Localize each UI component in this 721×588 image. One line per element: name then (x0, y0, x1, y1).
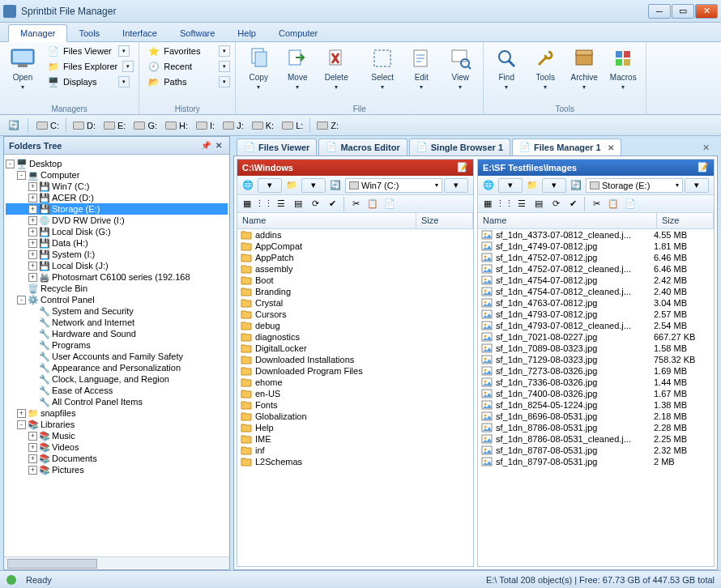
menu-tab-manager[interactable]: Manager (8, 24, 67, 42)
view-tiles-icon[interactable]: ▤ (291, 198, 305, 211)
tree-node[interactable]: 🔧Hardware and Sound (6, 328, 228, 339)
file-row[interactable]: inf (237, 445, 473, 456)
file-list-left[interactable]: addinsAppCompatAppPatchassemblyBootBrand… (237, 229, 473, 566)
name-column[interactable]: Name (478, 213, 657, 228)
drive-button-j[interactable]: J: (220, 119, 247, 132)
tree-node[interactable]: 🔧System and Security (6, 305, 228, 317)
file-row[interactable]: sf_1dn_7273-08-0326.jpg1.69 MB (478, 365, 714, 377)
paths-button[interactable]: 📂Paths (144, 75, 217, 89)
drive-button-z[interactable]: Z: (314, 119, 342, 132)
copy-icon[interactable]: 📋 (606, 198, 621, 211)
expander-icon[interactable]: + (28, 432, 37, 441)
expander-icon[interactable]: - (17, 420, 26, 429)
file-row[interactable]: Globalization (237, 411, 473, 422)
drive-button-i[interactable]: I: (193, 119, 218, 132)
files-viewer-button[interactable]: 📄Files Viewer (44, 44, 117, 58)
tree-node[interactable]: +📚Documents (6, 453, 228, 464)
tree-node[interactable]: -🖥️Desktop (6, 158, 228, 169)
name-column[interactable]: Name (237, 213, 416, 228)
expander-icon[interactable]: + (28, 273, 37, 282)
copy-icon[interactable]: 📋 (365, 198, 380, 211)
file-row[interactable]: DigitalLocker (237, 343, 473, 354)
file-row[interactable]: sf_1dn_4793-07-0812_cleaned.j...2.54 MB (478, 320, 714, 331)
drive-button-e[interactable]: E: (100, 119, 129, 132)
view-icons-icon[interactable]: ▦ (240, 198, 254, 211)
file-row[interactable]: Crystal (237, 297, 473, 309)
view-list-icon[interactable]: ⋮⋮ (497, 198, 512, 211)
file-row[interactable]: sf_1dn_7129-08-0323.jpg758.32 KB (478, 354, 714, 365)
dropdown-button[interactable]: ▾ (542, 178, 566, 193)
copy-button[interactable]: Copy▾ (241, 44, 276, 92)
paste-icon[interactable]: 📄 (382, 198, 397, 211)
file-row[interactable]: IME (237, 433, 473, 445)
view-list-icon[interactable]: ⋮⋮ (257, 198, 271, 211)
folder-up-icon[interactable]: 📁 (284, 178, 300, 193)
view-icons-icon[interactable]: ▦ (480, 198, 495, 211)
tree-node[interactable]: +🖨️Photosmart C6100 series (192.168 (6, 271, 228, 283)
tree-node[interactable]: 🔧Network and Internet (6, 317, 228, 328)
tree-node[interactable]: +💾Local Disk (J:) (6, 260, 228, 271)
tree-node[interactable]: +📁snapfiles (6, 407, 228, 419)
expander-icon[interactable]: + (28, 250, 37, 259)
file-list-right[interactable]: sf_1dn_4373-07-0812_cleaned.j...4.55 MBs… (478, 229, 714, 566)
refresh-icon[interactable]: 🔄 (568, 178, 584, 193)
note-icon[interactable]: 📝 (698, 162, 709, 173)
tree-node[interactable]: -⚙️Control Panel (6, 294, 228, 305)
expander-icon[interactable]: + (28, 216, 37, 225)
file-row[interactable]: assembly (237, 263, 473, 275)
menu-tab-tools[interactable]: Tools (67, 25, 111, 41)
view-details-icon[interactable]: ☰ (514, 198, 529, 211)
tree-node[interactable]: 🔧Programs (6, 339, 228, 351)
view-details-icon[interactable]: ☰ (274, 198, 288, 211)
file-row[interactable]: Boot (237, 275, 473, 286)
file-row[interactable]: AppPatch (237, 252, 473, 263)
file-row[interactable]: sf_1dn_8786-08-0531_cleaned.j...2.25 MB (478, 433, 714, 445)
tree-node[interactable]: 🔧Appearance and Personalization (6, 362, 228, 373)
tree-node[interactable]: +💾Data (H:) (6, 237, 228, 249)
menu-tab-computer[interactable]: Computer (267, 25, 329, 41)
menu-tab-help[interactable]: Help (226, 25, 267, 41)
folder-up-icon[interactable]: 📁 (524, 178, 540, 193)
files-explorer-button[interactable]: 📁Files Explorer (44, 59, 121, 74)
recent-button[interactable]: 🕘Recent (144, 59, 217, 74)
file-row[interactable]: sf_1dn_7336-08-0326.jpg1.44 MB (478, 377, 714, 388)
tree-node[interactable]: +💿DVD RW Drive (I:) (6, 215, 228, 226)
dropdown-button[interactable]: ▾ (258, 178, 282, 193)
file-row[interactable]: sf_1dn_8797-08-0531.jpg2 MB (478, 456, 714, 467)
file-row[interactable]: sf_1dn_4752-07-0812_cleaned.j...6.46 MB (478, 263, 714, 275)
delete-button[interactable]: Delete▾ (318, 44, 354, 92)
expander-icon[interactable]: - (17, 296, 26, 305)
file-row[interactable]: sf_1dn_8786-08-0531.jpg2.28 MB (478, 422, 714, 433)
drive-select-right[interactable]: Storage (E:)▾ (586, 178, 683, 193)
tree-node[interactable]: 🔧User Accounts and Family Safety (6, 351, 228, 362)
size-column[interactable]: Size (657, 213, 714, 228)
expander-icon[interactable]: + (28, 454, 37, 463)
dropdown-icon[interactable]: ▾ (122, 61, 134, 72)
tree-node[interactable]: 🗑️Recycle Bin (6, 283, 228, 294)
tree-node[interactable]: +📚Pictures (6, 464, 228, 475)
view-button[interactable]: View▾ (442, 44, 478, 92)
tree-node[interactable]: -💻Computer (6, 169, 228, 181)
paste-icon[interactable]: 📄 (623, 198, 638, 211)
file-row[interactable]: AppCompat (237, 241, 473, 252)
file-tab[interactable]: 📄Single Browser 1 (409, 138, 510, 156)
tools-button[interactable]: Tools▾ (527, 44, 563, 92)
tree-node[interactable]: +💾Storage (E:) (6, 203, 228, 215)
tree-node[interactable]: +💾ACER (D:) (6, 192, 228, 203)
file-row[interactable]: Cursors (237, 309, 473, 320)
file-row[interactable]: sf_1dn_7089-08-0323.jpg1.58 MB (478, 343, 714, 354)
file-tab[interactable]: 📄Files Manager 1✕ (512, 138, 621, 156)
favorites-button[interactable]: ⭐Favorites (144, 44, 217, 58)
check-icon[interactable]: ✔ (325, 198, 339, 211)
drive-button-c[interactable]: C: (33, 119, 62, 132)
file-row[interactable]: sf_1dn_8254-05-1224.jpg1.38 MB (478, 399, 714, 411)
file-row[interactable]: sf_1dn_4373-07-0812_cleaned.j...4.55 MB (478, 229, 714, 241)
note-icon[interactable]: 📝 (457, 162, 468, 173)
cut-icon[interactable]: ✂ (348, 198, 363, 211)
close-button[interactable]: ✕ (695, 4, 718, 19)
pin-button[interactable]: 📌 (200, 140, 211, 151)
file-row[interactable]: sf_1dn_4754-07-0812_cleaned.j...2.40 MB (478, 286, 714, 297)
dropdown-button[interactable]: ▾ (301, 178, 326, 193)
tab-close-icon[interactable]: ✕ (608, 143, 614, 152)
refresh-button[interactable]: 🔄 (5, 118, 23, 132)
